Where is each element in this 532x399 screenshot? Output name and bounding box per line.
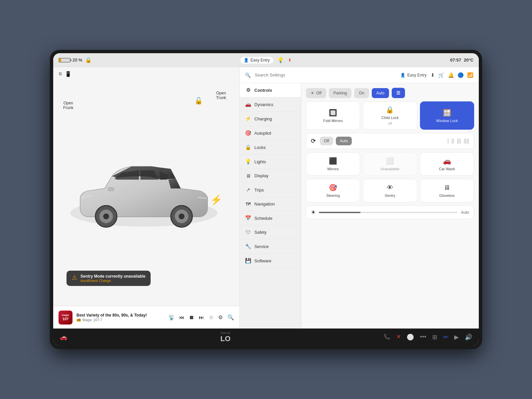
software-icon: 💾 <box>245 258 251 264</box>
equalizer-button[interactable]: ⚙ <box>218 314 223 321</box>
service-icon: 🔧 <box>245 243 251 249</box>
lights-parking-label: Parking <box>333 91 347 95</box>
menu-item-navigation[interactable]: 🗺 Navigation <box>240 197 301 211</box>
lights-off-label: Off <box>316 91 322 95</box>
menu-label-software: Software <box>254 258 271 263</box>
search-input[interactable] <box>255 72 396 77</box>
profile-label: Easy Entry <box>250 58 270 63</box>
menu-item-dynamics[interactable]: 🚗 Dynamics <box>240 97 301 112</box>
lights-parking-button[interactable]: Parking <box>329 88 352 98</box>
menu-item-charging[interactable]: ⚡ Charging <box>240 112 301 126</box>
lights-on-label: On <box>359 91 364 95</box>
mirrors-label: Mirrors <box>328 167 339 171</box>
wiper-speed-3[interactable]: ||| <box>457 138 461 144</box>
menu-item-autopilot[interactable]: 🎯 Autopilot <box>240 126 301 140</box>
stop-button[interactable]: ⏹ <box>189 315 194 321</box>
screen-inner: 20 % 🔒 👤 Easy Entry 💡 ⬇ 07:57 20°C <box>53 53 479 346</box>
sentry-tile[interactable]: 👁 Sentry <box>363 179 417 202</box>
search-media-button[interactable]: 🔍 <box>227 314 234 321</box>
display-toggle-button[interactable]: ☰ <box>392 88 405 98</box>
svg-point-6 <box>179 213 185 219</box>
lights-auto-button[interactable]: Auto <box>372 88 389 98</box>
x-icon[interactable]: ✕ <box>396 333 401 341</box>
wiper-speed-2[interactable]: || <box>452 138 454 144</box>
car-icon-bottom[interactable]: 🚗 <box>60 333 67 341</box>
header-profile-icon: 👤 <box>400 73 405 77</box>
open-trunk-button[interactable]: OpenTrunk <box>216 91 226 100</box>
steering-icon: 🎯 <box>329 184 337 192</box>
unavailable-label: Unavailable <box>380 167 399 171</box>
menu-item-lights[interactable]: 💡 Lights <box>240 155 301 169</box>
menu-item-locks[interactable]: 🔒 Locks <box>240 140 301 155</box>
menu-item-display[interactable]: 🖥 Display <box>240 169 301 183</box>
dots-icon[interactable]: ••• <box>420 333 426 341</box>
shop-icon: 🛒 <box>438 72 445 78</box>
menu-item-software[interactable]: 💾 Software <box>240 254 301 268</box>
favorite-button[interactable]: ☆ <box>209 314 213 321</box>
car-view: OpenFrunk OpenTrunk 🔓 <box>53 81 239 306</box>
steering-tile[interactable]: 🎯 Steering <box>306 179 360 202</box>
svg-point-3 <box>103 213 109 219</box>
prev-button[interactable]: ⏮ <box>179 315 184 321</box>
bluetooth-icon: 🔵 <box>458 72 464 78</box>
sentry-icon: 👁 <box>387 184 393 192</box>
header-easy-entry[interactable]: 👤 Easy Entry <box>400 73 427 77</box>
next-button[interactable]: ⏭ <box>199 315 204 321</box>
signal-icon: 📶 <box>467 72 473 78</box>
car-wash-tile[interactable]: 🚗 Car Wash <box>420 152 474 176</box>
status-center: 👤 Easy Entry 💡 ⬇ <box>197 57 335 64</box>
bottom-nav-icons: 📞 ✕ ⚪ ••• ⊞ ✏ ▶ 🔊 <box>384 333 472 341</box>
open-trunk-label: OpenTrunk <box>216 91 226 100</box>
control-row-3: 🎯 Steering 👁 Sentry 🖥 Glovebox <box>306 179 474 202</box>
mirrors-tile[interactable]: ⬛ Mirrors <box>306 152 360 176</box>
lights-off-button[interactable]: ☀ Off <box>306 88 326 98</box>
pen-icon[interactable]: ✏ <box>443 333 448 341</box>
wiper-speed-1[interactable]: | <box>447 138 449 144</box>
lights-on-button[interactable]: On <box>354 88 369 98</box>
menu-label-display: Display <box>254 173 269 178</box>
brightness-slider[interactable] <box>319 212 458 213</box>
svg-rect-9 <box>108 188 114 191</box>
cast-button[interactable]: 📡 <box>168 314 175 321</box>
battery-bar <box>59 58 70 63</box>
sentry-label: Sentry <box>385 194 395 198</box>
circle-icon[interactable]: ⚪ <box>407 333 414 341</box>
wiper-off-button[interactable]: Off <box>320 137 333 145</box>
grid-icon[interactable]: ⊞ <box>432 333 437 341</box>
schedule-icon: 📅 <box>245 215 251 221</box>
gear-value: LO <box>220 334 231 343</box>
brightness-auto-label: Auto <box>461 210 469 215</box>
window-lock-label: Window Lock <box>436 119 458 123</box>
child-lock-tile[interactable]: 🔒 Child Lock off <box>363 101 417 130</box>
menu-item-trips[interactable]: ↗ Trips <box>240 183 301 197</box>
open-frunk-button[interactable]: OpenFrunk <box>63 101 73 110</box>
fold-mirrors-tile[interactable]: 🔲 Fold Mirrors <box>306 101 360 130</box>
easy-entry-badge[interactable]: 👤 Easy Entry <box>240 57 273 64</box>
menu-label-controls: Controls <box>254 88 272 93</box>
wiper-speed-4[interactable]: |||| <box>464 138 469 144</box>
menu-item-safety[interactable]: 🛡 Safety <box>240 225 301 239</box>
download-header-icon: ⬇ <box>431 72 435 78</box>
bottom-bar: 🚗 Manual LO 📞 ✕ ⚪ ••• ⊞ ✏ ▶ 🔊 <box>53 329 479 346</box>
temp-display: 20°C <box>464 58 473 63</box>
menu-item-service[interactable]: 🔧 Service <box>240 239 301 254</box>
glovebox-tile[interactable]: 🖥 Glovebox <box>420 179 474 202</box>
status-bar: 20 % 🔒 👤 Easy Entry 💡 ⬇ 07:57 20°C <box>53 53 479 67</box>
menu-item-controls[interactable]: ⚙ Controls <box>240 83 301 97</box>
phone-icon[interactable]: 📞 <box>384 333 390 341</box>
menu-item-schedule[interactable]: 📅 Schedule <box>240 211 301 225</box>
radio-logo: magic 107 <box>59 311 72 325</box>
media-title: Best Variety of the 80s, 90s, & Today! <box>76 313 164 318</box>
left-panel: ≡ 📱 OpenFrunk OpenTrunk 🔓 <box>53 67 239 329</box>
child-lock-icon: 🔒 <box>386 106 394 114</box>
volume-icon[interactable]: 🔊 <box>465 333 472 341</box>
status-right: 07:57 20°C <box>335 58 473 63</box>
window-lock-tile[interactable]: 🪟 Window Lock <box>420 101 474 130</box>
hamburger-icon[interactable]: ≡ <box>59 70 62 77</box>
right-panel: 🔍 👤 Easy Entry ⬇ 🛒 🔔 🔵 📶 <box>239 67 479 329</box>
play-icon[interactable]: ▶ <box>454 333 459 341</box>
wiper-auto-button[interactable]: Auto <box>336 137 352 145</box>
brightness-icon: ☀ <box>311 209 316 215</box>
sentry-title: Sentry Mode currently unavailable <box>80 274 145 279</box>
battery-display: 20 % <box>59 58 82 63</box>
